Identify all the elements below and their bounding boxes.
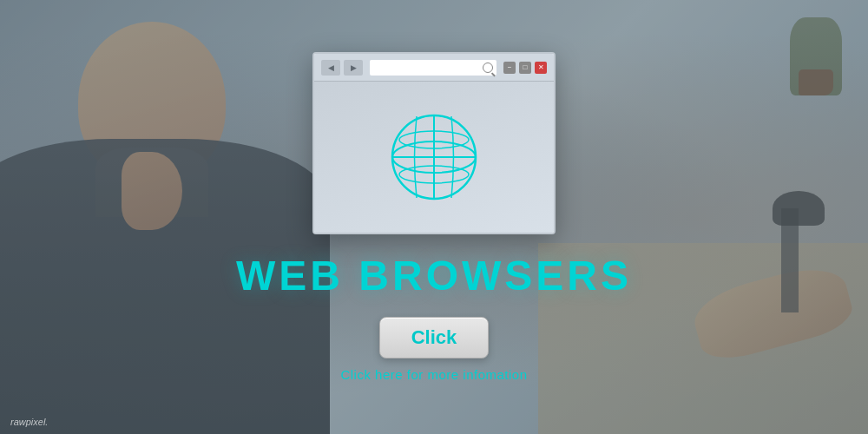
nav-forward-btn: ▶ xyxy=(344,60,363,76)
close-btn: ✕ xyxy=(535,62,547,74)
minimize-btn: − xyxy=(503,62,516,74)
search-icon xyxy=(483,62,493,73)
address-bar xyxy=(370,60,496,76)
page-title: WEB BROWSERS xyxy=(236,252,632,299)
browser-titlebar: ◀ ▶ − □ ✕ xyxy=(314,54,554,82)
click-button[interactable]: Click xyxy=(379,317,490,358)
subtitle-text: Click here for more infomation xyxy=(340,367,527,382)
globe-icon xyxy=(382,105,486,209)
browser-window-illustration: ◀ ▶ − □ ✕ xyxy=(312,52,556,234)
nav-back-btn: ◀ xyxy=(321,60,340,76)
maximize-btn: □ xyxy=(519,62,531,74)
main-content: ◀ ▶ − □ ✕ xyxy=(0,0,868,434)
watermark: rawpixel. xyxy=(10,417,48,427)
browser-body xyxy=(314,82,554,233)
